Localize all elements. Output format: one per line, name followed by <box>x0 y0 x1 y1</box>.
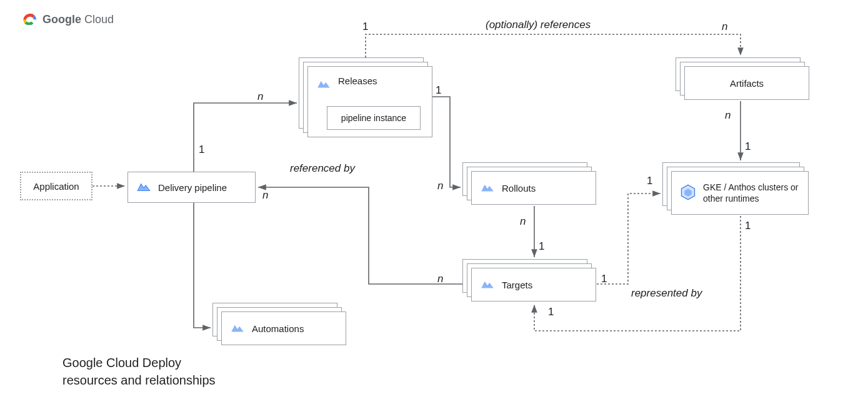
node-rollouts-label: Rollouts <box>502 183 536 194</box>
node-automations-label: Automations <box>252 323 304 334</box>
card-rollouts-down-n: n <box>520 215 526 228</box>
deploy-icon <box>479 179 496 197</box>
card-1: 1 <box>199 144 204 156</box>
kubernetes-icon <box>679 184 697 203</box>
card-targets-right-1: 1 <box>601 273 607 285</box>
edge-label-optionally-references: (optionally) references <box>486 19 591 31</box>
edge-label-represented-by: represented by <box>631 287 702 300</box>
card-runtimes-bottom-1: 1 <box>745 220 751 232</box>
diagram-caption: Google Cloud Deployresources and relatio… <box>62 354 216 389</box>
deploy-icon <box>136 179 152 197</box>
deploy-icon <box>229 320 246 338</box>
node-targets-label: Targets <box>502 280 532 290</box>
node-application-label: Application <box>33 181 79 192</box>
card-targets-bottom-1: 1 <box>548 306 554 318</box>
node-automations: Automations <box>212 303 347 346</box>
edge-label-referenced-by: referenced by <box>290 162 355 175</box>
node-artifacts: Artifacts <box>676 57 810 101</box>
node-releases-label: Releases <box>338 76 377 86</box>
node-runtimes: GKE / Anthos clusters or other runtimes <box>662 162 809 216</box>
node-pipeline-instance-label: pipeline instance <box>341 113 406 123</box>
node-targets: Targets <box>462 259 597 303</box>
card-n: n <box>257 91 263 103</box>
node-runtimes-label: GKE / Anthos clusters or other runtimes <box>703 182 801 204</box>
deploy-icon <box>479 276 496 294</box>
card-artifacts-top-n: n <box>722 21 727 33</box>
brand-name-light: Cloud <box>84 13 114 26</box>
deploy-icon <box>316 76 332 94</box>
node-delivery-pipeline: Delivery pipeline <box>127 172 256 203</box>
brand-logo: Google Cloud <box>20 11 114 28</box>
card-releases-top-1: 1 <box>362 21 368 33</box>
card-runtimes-left-1: 1 <box>647 175 652 187</box>
google-cloud-logo-icon <box>20 11 37 28</box>
node-delivery-pipeline-label: Delivery pipeline <box>158 182 227 193</box>
card-artifacts-bottom-n: n <box>725 109 731 122</box>
card-releases-right-1: 1 <box>436 84 441 97</box>
node-releases: Releases pipeline instance <box>299 57 433 137</box>
node-rollouts: Rollouts <box>462 162 597 206</box>
card-rollouts-to-targets-1: 1 <box>539 240 544 253</box>
card-runtimes-top-1: 1 <box>745 140 751 153</box>
card-rollouts-left-n: n <box>437 180 443 192</box>
card-referenced-by-n: n <box>262 189 268 202</box>
node-pipeline-instance: pipeline instance <box>327 106 421 130</box>
card-targets-left-n: n <box>437 273 443 285</box>
node-application: Application <box>20 172 92 200</box>
node-artifacts-label: Artifacts <box>730 78 764 89</box>
brand-name-bold: Google <box>42 13 81 26</box>
